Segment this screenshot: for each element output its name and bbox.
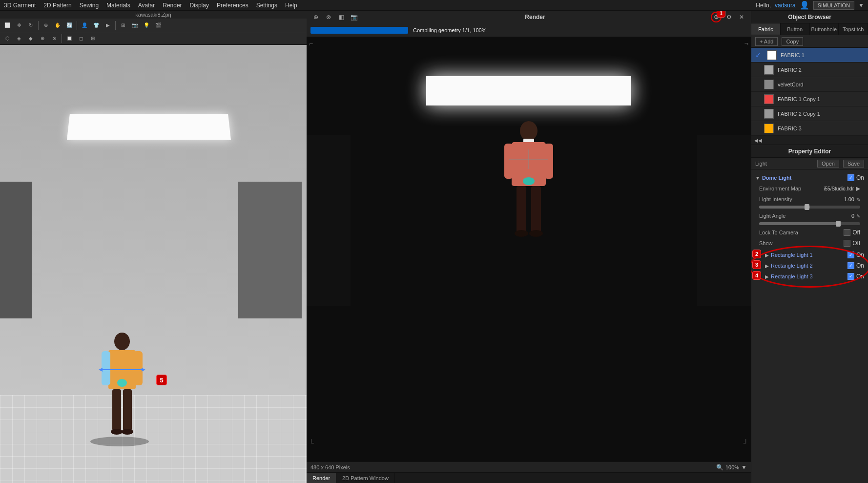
zoom-icon[interactable]: 🔍 <box>716 464 723 471</box>
dome-toggle[interactable]: ✓ On <box>847 174 864 181</box>
tb-move[interactable]: ✥ <box>14 20 24 31</box>
show-label: Show <box>759 240 844 246</box>
fabric-item-4[interactable]: FABRIC 2 Copy 1 <box>751 106 868 121</box>
rect1-toggle-box[interactable]: ✓ <box>847 252 854 258</box>
lock-toggle-box[interactable] <box>844 229 850 236</box>
add-fabric-button[interactable]: + Add <box>755 37 778 46</box>
tb2-5[interactable]: ⊗ <box>49 33 60 44</box>
menu-item-settings[interactable]: Settings <box>256 2 277 9</box>
dome-light-header[interactable]: ▼ Dome Light ✓ On <box>755 172 864 183</box>
menu-item-2dpattern[interactable]: 2D Pattern <box>43 2 71 9</box>
env-map-edit-icon[interactable]: ▶ <box>856 185 860 192</box>
tab-button[interactable]: Button <box>781 23 810 35</box>
svg-rect-17 <box>517 186 526 232</box>
rect-light-3-item[interactable]: ▶ Rectangle Light 3 ✓ On <box>751 271 868 282</box>
fabric-item-5[interactable]: FABRIC 3 <box>751 121 868 136</box>
svg-rect-4 <box>112 389 121 431</box>
rect2-toggle[interactable]: ✓ On <box>847 262 864 269</box>
tb-camera[interactable]: 📷 <box>129 20 140 31</box>
menu-item-sewing[interactable]: Sewing <box>80 2 99 9</box>
rect-light-2-item[interactable]: ▶ Rectangle Light 2 ✓ On <box>751 260 868 271</box>
menu-item-preferences[interactable]: Preferences <box>217 2 248 9</box>
tb2-8[interactable]: ⊞ <box>87 33 98 44</box>
intensity-slider[interactable] <box>759 206 860 209</box>
menu-item-avatar[interactable]: Avatar <box>138 2 155 9</box>
render-icon-1[interactable]: ⊕ <box>310 12 321 22</box>
tb-light[interactable]: 💡 <box>141 20 152 31</box>
rect1-toggle[interactable]: ✓ On <box>847 252 864 258</box>
intensity-label: Light Intensity <box>759 196 844 202</box>
intensity-edit-icon[interactable]: ✎ <box>856 197 860 202</box>
check-icon-0: ✓ <box>755 51 761 59</box>
rect3-toggle[interactable]: ✓ On <box>847 273 864 280</box>
menu-item-render[interactable]: Render <box>163 2 182 9</box>
menu-item-display[interactable]: Display <box>190 2 209 9</box>
tb2-6[interactable]: 🔲 <box>64 33 75 44</box>
tab-render[interactable]: Render <box>307 473 336 483</box>
tb2-4[interactable]: ⊕ <box>37 33 48 44</box>
fabric-item-0[interactable]: ✓ FABRIC 1 <box>751 48 868 63</box>
tab-buttonhole[interactable]: Buttonhole <box>810 23 839 35</box>
tb-garment[interactable]: 👕 <box>91 20 102 31</box>
render-icon-3[interactable]: ◧ <box>336 12 347 22</box>
angle-slider-row <box>755 222 864 227</box>
tb-avatar[interactable]: 👤 <box>79 20 90 31</box>
svg-rect-2 <box>102 351 110 385</box>
tab-2dpattern[interactable]: 2D Pattern Window <box>336 473 395 483</box>
user-icon[interactable]: 👤 <box>800 0 809 10</box>
save-button[interactable]: Save <box>843 160 864 168</box>
toolbar-row1: ⬜ ✥ ↻ ⊕ ✋ 🔄 👤 👕 ▶ ⊞ 📷 💡 🎬 <box>0 19 307 32</box>
angle-edit-icon[interactable]: ✎ <box>856 213 860 219</box>
tb-simulate[interactable]: ▶ <box>103 20 113 31</box>
menu-item-help[interactable]: Help <box>285 2 297 9</box>
tab-fabric[interactable]: Fabric <box>751 23 781 35</box>
render-icon-camera[interactable]: 📷 <box>349 12 359 22</box>
tb-rotate-view[interactable]: 🔄 <box>64 20 75 31</box>
render-bottom-bar: 480 x 640 Pixels 🔍 100% ▼ <box>307 462 751 472</box>
tb-rotate[interactable]: ↻ <box>25 20 36 31</box>
tb-zoom[interactable]: ⊕ <box>41 20 51 31</box>
fabric-item-1[interactable]: FABRIC 2 <box>751 63 868 77</box>
rect3-toggle-box[interactable]: ✓ <box>847 273 854 280</box>
tb-grid[interactable]: ⊞ <box>118 20 128 31</box>
svg-marker-9 <box>142 368 145 372</box>
rect2-toggle-box[interactable]: ✓ <box>847 262 854 269</box>
tab-topstitch[interactable]: Topstitch <box>839 23 868 35</box>
lock-camera-toggle[interactable]: Off <box>844 229 860 236</box>
fabric-name-4: FABRIC 2 Copy 1 <box>778 111 820 117</box>
fabric-item-3[interactable]: FABRIC 1 Copy 1 <box>751 92 868 106</box>
mode-dropdown-arrow[interactable]: ▼ <box>858 2 864 9</box>
tb2-3[interactable]: ◆ <box>25 33 36 44</box>
tb2-7[interactable]: ◻ <box>76 33 86 44</box>
show-toggle-box[interactable] <box>844 240 850 247</box>
render-rect-light <box>426 76 631 105</box>
render-canvas[interactable]: ⌐ ¬ └ ┘ <box>307 37 751 462</box>
show-toggle[interactable]: Off <box>844 240 860 247</box>
angle-slider-handle[interactable] <box>836 221 841 227</box>
fabric-name-2: velvetCord <box>778 82 804 87</box>
panel-collapse-btn[interactable]: ◀◀ <box>751 136 868 145</box>
render-close[interactable]: ✕ <box>736 12 747 22</box>
intensity-slider-handle[interactable] <box>805 204 809 210</box>
open-button[interactable]: Open <box>817 160 839 168</box>
viewport-3d-canvas[interactable]: 5 <box>0 45 307 483</box>
simulation-button[interactable]: SIMULATION <box>813 1 854 10</box>
fabric-item-2[interactable]: velvetCord <box>751 77 868 92</box>
menu-item-materials[interactable]: Materials <box>106 2 130 9</box>
copy-fabric-button[interactable]: Copy <box>782 37 803 46</box>
rect-light-1-item[interactable]: ▶ Rectangle Light 1 ✓ On <box>751 250 868 260</box>
render-icon-2[interactable]: ⊗ <box>323 12 334 22</box>
tb-pan[interactable]: ✋ <box>52 20 63 31</box>
sep1 <box>38 21 39 30</box>
tb2-2[interactable]: ◈ <box>14 33 24 44</box>
tb-select[interactable]: ⬜ <box>2 20 13 31</box>
tb2-1[interactable]: ⬡ <box>2 33 13 44</box>
angle-slider[interactable] <box>759 222 860 225</box>
zoom-dropdown[interactable]: ▼ <box>741 464 747 471</box>
tb-render[interactable]: 🎬 <box>153 20 164 31</box>
viewport-title: kawasaki8.Zprj <box>0 11 307 19</box>
user-area: Hello, vadsura 👤 SIMULATION ▼ <box>756 0 864 10</box>
menu-item-3dgarment[interactable]: 3D Garment <box>4 2 36 9</box>
dome-toggle-box[interactable]: ✓ <box>847 174 854 181</box>
render-window-title: Render <box>525 14 545 21</box>
